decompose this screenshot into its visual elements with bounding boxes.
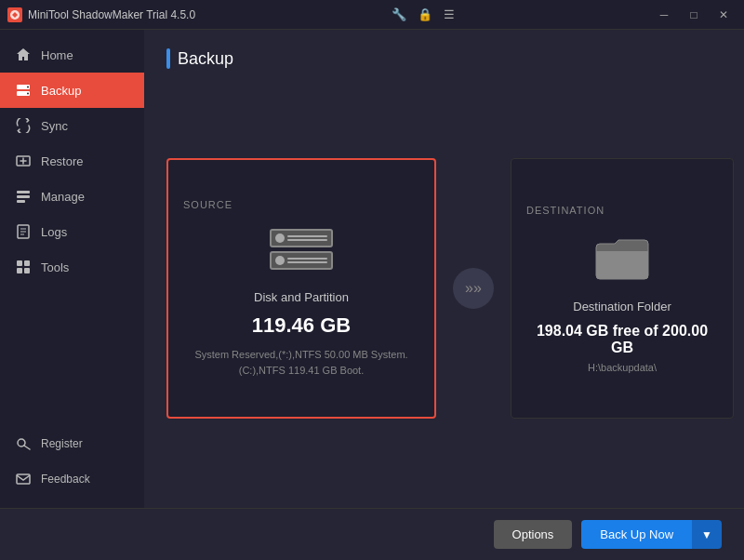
sidebar-item-manage[interactable]: Manage <box>0 179 144 214</box>
backup-cards: SOURCE <box>166 87 722 489</box>
tools-icon <box>15 259 32 275</box>
lock-icon[interactable]: 🔒 <box>418 7 432 21</box>
wrench-icon[interactable]: 🔧 <box>392 7 406 21</box>
sidebar-label-home: Home <box>41 48 73 62</box>
sidebar: Home Backup Sync <box>0 30 144 508</box>
disk-row-2 <box>270 251 333 270</box>
source-size: 119.46 GB <box>252 313 351 338</box>
svg-rect-15 <box>17 268 22 273</box>
menu-icon[interactable]: ☰ <box>444 7 455 21</box>
sidebar-item-backup[interactable]: Backup <box>0 73 144 108</box>
content-area: Backup SOURCE <box>144 30 744 508</box>
svg-rect-16 <box>24 268 30 273</box>
disk-line <box>287 261 327 263</box>
sidebar-item-home[interactable]: Home <box>0 37 144 73</box>
double-arrow-icon: »» <box>453 268 494 309</box>
close-button[interactable]: ✕ <box>711 6 737 24</box>
title-bar-left: MiniTool ShadowMaker Trial 4.5.0 <box>7 7 195 22</box>
sidebar-item-tools[interactable]: Tools <box>0 249 144 285</box>
disk-line <box>287 239 327 241</box>
options-button[interactable]: Options <box>494 520 573 549</box>
dest-icon-area <box>594 234 650 285</box>
sidebar-label-sync: Sync <box>41 119 68 133</box>
arrows-symbol: »» <box>465 280 482 297</box>
app-title: MiniTool ShadowMaker Trial 4.5.0 <box>28 8 195 21</box>
restore-icon <box>15 153 32 169</box>
destination-card[interactable]: DESTINATION Destination Folder 198.04 GB… <box>511 158 734 419</box>
source-name: Disk and Partition <box>254 290 349 304</box>
disk-lines-2 <box>287 258 327 263</box>
sidebar-item-restore[interactable]: Restore <box>0 143 144 179</box>
sidebar-item-register[interactable]: Register <box>0 426 144 461</box>
backup-icon <box>15 82 32 99</box>
manage-icon <box>15 188 32 205</box>
folder-icon <box>594 234 650 281</box>
disk-lines-1 <box>287 235 327 241</box>
sidebar-label-logs: Logs <box>41 225 67 239</box>
sidebar-item-sync[interactable]: Sync <box>0 108 144 143</box>
app-icon <box>7 7 22 22</box>
window-controls[interactable]: ─ □ ✕ <box>651 6 737 24</box>
maximize-button[interactable]: □ <box>681 6 707 24</box>
dest-name: Destination Folder <box>573 300 671 313</box>
svg-rect-13 <box>17 260 22 266</box>
disk-row-1 <box>270 229 333 247</box>
source-label: SOURCE <box>183 199 232 210</box>
disk-line <box>287 258 327 260</box>
disk-icon <box>269 229 334 275</box>
key-icon <box>15 435 32 452</box>
bottom-bar: Options Back Up Now ▼ <box>0 508 744 560</box>
sidebar-label-feedback: Feedback <box>41 473 90 486</box>
svg-line-18 <box>24 446 30 449</box>
svg-rect-6 <box>17 191 30 193</box>
sidebar-item-feedback[interactable]: Feedback <box>0 461 144 497</box>
sidebar-label-restore: Restore <box>41 154 84 168</box>
sidebar-item-logs[interactable]: Logs <box>0 214 144 249</box>
disk-line <box>287 235 327 237</box>
logs-icon <box>15 223 32 240</box>
title-bar-tool-icons: 🔧 🔒 ☰ <box>392 7 455 21</box>
page-title-bar: Backup <box>166 48 722 69</box>
page-title: Backup <box>178 49 233 69</box>
backup-now-button[interactable]: Back Up Now <box>581 520 692 549</box>
backup-dropdown-button[interactable]: ▼ <box>692 520 722 549</box>
minimize-button[interactable]: ─ <box>651 6 677 24</box>
svg-rect-7 <box>17 195 30 198</box>
svg-point-4 <box>27 93 29 95</box>
sidebar-label-manage: Manage <box>41 190 85 204</box>
dest-path: H:\backupdata\ <box>588 362 657 373</box>
svg-rect-8 <box>17 200 25 203</box>
email-icon <box>15 471 32 487</box>
main-layout: Home Backup Sync <box>0 30 744 508</box>
source-details: System Reserved,(*:),NTFS 50.00 MB Syste… <box>194 347 407 378</box>
source-icon-area <box>269 229 334 275</box>
backup-button-group: Back Up Now ▼ <box>581 520 722 549</box>
dest-label: DESTINATION <box>526 205 604 216</box>
title-bar: MiniTool ShadowMaker Trial 4.5.0 🔧 🔒 ☰ ─… <box>0 0 744 30</box>
sync-icon <box>15 117 32 134</box>
sidebar-bottom: Register Feedback <box>0 426 144 508</box>
dest-free-space: 198.04 GB free of 200.00 GB <box>526 323 718 356</box>
svg-point-3 <box>27 87 29 88</box>
svg-rect-14 <box>24 260 30 266</box>
title-accent <box>166 48 170 69</box>
home-icon <box>15 47 32 63</box>
sidebar-label-tools: Tools <box>41 260 69 274</box>
svg-rect-19 <box>17 474 30 484</box>
arrow-area: »» <box>436 268 511 309</box>
sidebar-label-backup: Backup <box>41 84 81 98</box>
source-card[interactable]: SOURCE <box>166 158 436 419</box>
sidebar-label-register: Register <box>41 437 83 450</box>
